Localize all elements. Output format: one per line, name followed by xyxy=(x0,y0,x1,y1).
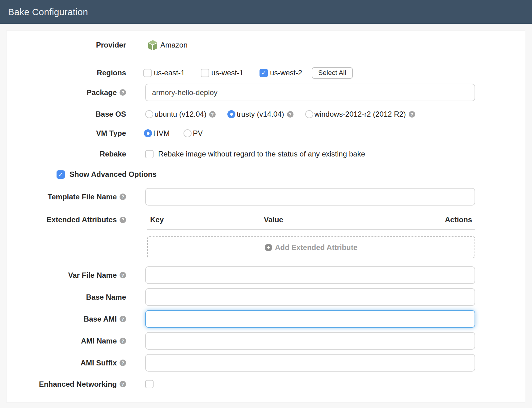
regions-label: Regions xyxy=(97,69,126,77)
package-help-icon[interactable]: ? xyxy=(120,89,126,96)
extended-attributes-table: Key Value Actions + Add Extended Attribu… xyxy=(147,215,475,258)
region-option-us-west-1[interactable]: us-west-1 xyxy=(201,69,243,77)
base-os-label: Base OS xyxy=(95,110,126,119)
ami-suffix-help-icon[interactable]: ? xyxy=(120,360,126,366)
ami-suffix-input[interactable] xyxy=(145,354,475,372)
base-os-radio-trusty[interactable] xyxy=(227,110,235,118)
vm-type-option-pv[interactable]: PV xyxy=(184,129,203,138)
show-advanced-label: Show Advanced Options xyxy=(70,170,157,179)
ami-name-input[interactable] xyxy=(145,332,475,350)
bake-configuration-panel: Provider Amazon Regions us-east-1 us-wes… xyxy=(6,31,525,402)
vm-type-row: VM Type HVM PV xyxy=(6,129,525,138)
package-input[interactable] xyxy=(145,84,475,101)
provider-value: Amazon xyxy=(160,41,188,49)
base-ami-label: Base AMI xyxy=(84,315,117,323)
rebake-checkbox-label: Rebake image without regard to the statu… xyxy=(158,150,365,158)
ami-name-help-icon[interactable]: ? xyxy=(120,338,126,344)
page-title: Bake Configuration xyxy=(8,7,88,17)
package-label: Package xyxy=(87,88,117,97)
enhanced-networking-label: Enhanced Networking xyxy=(39,380,117,389)
base-ami-row: Base AMI ? xyxy=(6,310,525,328)
rebake-label: Rebake xyxy=(100,150,126,158)
dialog-titlebar: Bake Configuration xyxy=(0,0,532,24)
template-file-name-row: Template File Name ? xyxy=(6,188,525,206)
base-name-row: Base Name xyxy=(6,288,525,306)
show-advanced-checkbox[interactable]: ✓ xyxy=(57,170,65,179)
extended-attributes-row: Extended Attributes ? Key Value Actions … xyxy=(6,215,525,258)
rebake-row: Rebake Rebake image without regard to th… xyxy=(6,150,525,158)
var-file-name-input[interactable] xyxy=(145,266,475,284)
column-header-key: Key xyxy=(150,215,264,224)
add-extended-attribute-button[interactable]: + Add Extended Attribute xyxy=(147,236,475,258)
vm-type-label: VM Type xyxy=(96,129,126,138)
region-checkbox-us-east-1[interactable] xyxy=(143,69,152,77)
column-header-actions: Actions xyxy=(445,215,472,224)
base-os-windows-help-icon[interactable]: ? xyxy=(409,111,415,118)
column-header-value: Value xyxy=(264,215,445,224)
extended-attributes-label: Extended Attributes xyxy=(47,215,117,224)
base-os-radio-windows[interactable] xyxy=(305,110,313,118)
ami-suffix-row: AMI Suffix ? xyxy=(6,354,525,372)
provider-row: Provider Amazon xyxy=(6,40,525,51)
show-advanced-row: ✓ Show Advanced Options xyxy=(57,170,525,179)
base-ami-input[interactable] xyxy=(145,310,475,328)
template-file-name-label: Template File Name xyxy=(48,193,117,201)
base-os-option-windows[interactable]: windows-2012-r2 (2012 R2) ? xyxy=(305,110,415,119)
table-header-divider xyxy=(147,229,475,230)
extended-attributes-header-row: Key Value Actions xyxy=(147,215,475,224)
var-file-name-label: Var File Name xyxy=(68,271,117,280)
extended-attributes-help-icon[interactable]: ? xyxy=(120,217,126,223)
region-checkbox-us-west-1[interactable] xyxy=(201,69,209,77)
provider-label: Provider xyxy=(96,41,126,49)
check-icon: ✓ xyxy=(261,70,266,76)
template-file-name-help-icon[interactable]: ? xyxy=(120,194,126,200)
base-os-row: Base OS ubuntu (v12.04) ? trusty (v14.04… xyxy=(6,110,525,119)
region-option-us-west-2[interactable]: ✓ us-west-2 xyxy=(260,69,302,77)
base-os-radio-ubuntu[interactable] xyxy=(145,110,153,118)
template-file-name-input[interactable] xyxy=(145,188,475,206)
base-os-option-ubuntu[interactable]: ubuntu (v12.04) ? xyxy=(145,110,216,119)
regions-row: Regions us-east-1 us-west-1 ✓ us-west-2 … xyxy=(6,67,525,78)
ami-suffix-label: AMI Suffix xyxy=(81,359,117,367)
plus-circle-icon: + xyxy=(265,244,272,251)
enhanced-networking-help-icon[interactable]: ? xyxy=(120,381,126,387)
vm-type-option-hvm[interactable]: HVM xyxy=(144,129,170,138)
select-all-button[interactable]: Select All xyxy=(312,67,353,79)
enhanced-networking-row: Enhanced Networking ? xyxy=(6,380,525,388)
var-file-name-help-icon[interactable]: ? xyxy=(120,272,126,278)
vm-type-radio-hvm[interactable] xyxy=(144,129,152,137)
ami-name-row: AMI Name ? xyxy=(6,332,525,350)
base-os-option-trusty[interactable]: trusty (v14.04) ? xyxy=(227,110,293,119)
amazon-provider-icon xyxy=(148,40,158,50)
base-name-input[interactable] xyxy=(145,288,475,306)
base-os-trusty-help-icon[interactable]: ? xyxy=(287,111,293,118)
base-ami-help-icon[interactable]: ? xyxy=(120,316,126,322)
enhanced-networking-checkbox[interactable] xyxy=(145,380,154,388)
vm-type-radio-pv[interactable] xyxy=(184,129,192,137)
rebake-checkbox[interactable] xyxy=(145,150,154,158)
package-row: Package ? xyxy=(6,84,525,101)
check-icon: ✓ xyxy=(58,172,63,177)
base-name-label: Base Name xyxy=(86,293,126,302)
ami-name-label: AMI Name xyxy=(81,337,117,345)
region-checkbox-us-west-2[interactable]: ✓ xyxy=(260,69,268,77)
region-option-us-east-1[interactable]: us-east-1 xyxy=(143,69,185,77)
var-file-name-row: Var File Name ? xyxy=(6,266,525,284)
base-os-ubuntu-help-icon[interactable]: ? xyxy=(209,111,216,118)
